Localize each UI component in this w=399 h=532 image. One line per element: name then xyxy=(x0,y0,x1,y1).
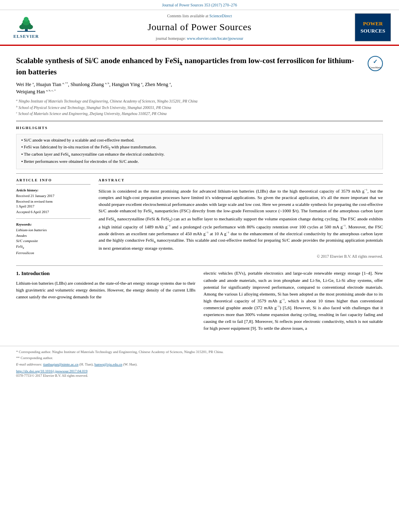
kw-3: Si/C composite xyxy=(16,238,90,244)
revised-date: Received in revised form1 April 2017 xyxy=(16,199,90,209)
corresponding-label: Corresponding author. xyxy=(19,350,51,354)
article-title: Scalable synthesis of Si/C anode enhance… xyxy=(16,56,364,77)
keywords-section: Keywords: Lithium-ion batteries Anodes S… xyxy=(16,222,90,256)
highlight-4: Better performances were obtained for el… xyxy=(21,159,378,165)
copyright-line: © 2017 Elsevier B.V. All rights reserved… xyxy=(99,254,383,259)
article-info-label: ARTICLE INFO xyxy=(16,178,90,185)
affil-c: c School of Materials Science and Engine… xyxy=(16,111,383,117)
footer: * Corresponding author. Ningbo Institute… xyxy=(0,346,399,382)
abstract-col: ABSTRACT Silicon is considered as the mo… xyxy=(99,178,383,259)
email-link-tian[interactable]: tianhuajun@nimte.ac.cn xyxy=(43,362,78,366)
article-info-abstract-row: ARTICLE INFO Article history: Received 2… xyxy=(16,178,383,259)
body-content: 1. Introduction Lithium-ion batteries (L… xyxy=(16,265,383,331)
title-row: Scalable synthesis of Si/C anode enhance… xyxy=(16,56,383,81)
kw-1: Lithium-ion batteries xyxy=(16,228,90,233)
kw-2: Anodes xyxy=(16,233,90,238)
homepage-url[interactable]: www.elsevier.com/locate/jpowsour xyxy=(187,36,243,41)
received-date: Received 21 January 2017 xyxy=(16,193,90,199)
highlight-1: Si/C anode was obtained by a scalable an… xyxy=(21,138,378,144)
footnote-corresponding2: ** Corresponding author. xyxy=(16,355,383,361)
abstract-label: ABSTRACT xyxy=(99,178,383,185)
doi-link[interactable]: http://dx.doi.org/10.1016/j.jpowsour.201… xyxy=(16,369,88,373)
intro-text-left: Lithium-ion batteries (LIBs) are conside… xyxy=(16,280,195,300)
logo-power: POWER xyxy=(363,20,383,27)
highlight-2: FeSi was fabricated by in-situ reaction … xyxy=(21,144,378,151)
kw-5: Ferrosilicon xyxy=(16,251,90,256)
corresponding-label2: Corresponding author. xyxy=(21,356,53,360)
svg-point-2 xyxy=(19,25,26,29)
keywords-label: Keywords: xyxy=(16,222,90,227)
divider-before-article-info xyxy=(16,173,383,174)
sciencedirect-link[interactable]: ScienceDirect xyxy=(209,14,232,18)
intro-section-title: 1. Introduction xyxy=(16,270,195,277)
intro-text-right: electric vehicles (EVs), portable electr… xyxy=(204,270,383,331)
affil-a: a Ningbo Institute of Materials Technolo… xyxy=(16,99,383,104)
logo-sources: SOURCES xyxy=(360,27,385,35)
kw-4: FeSix xyxy=(16,244,90,250)
history-label: Article history: xyxy=(16,188,90,193)
body-two-col: 1. Introduction Lithium-ion batteries (L… xyxy=(16,270,383,331)
doi-line[interactable]: http://dx.doi.org/10.1016/j.jpowsour.201… xyxy=(16,369,383,374)
svg-rect-6 xyxy=(17,31,35,32)
elsevier-brand: ELSEVIER xyxy=(13,33,39,39)
homepage-line: journal homepage: www.elsevier.com/locat… xyxy=(44,36,355,41)
journal-ref-bar: Journal of Power Sources 353 (2017) 270–… xyxy=(0,0,399,10)
divider-body xyxy=(16,265,383,266)
affiliations: a Ningbo Institute of Materials Technolo… xyxy=(16,99,383,117)
highlights-box: Si/C anode was obtained by a scalable an… xyxy=(16,134,383,169)
contents-availability: Contents lists available at ScienceDirec… xyxy=(44,13,355,19)
affil-b: b School of Physical Science and Technol… xyxy=(16,105,383,111)
main-content: Scalable synthesis of Si/C anode enhance… xyxy=(0,46,399,338)
body-col-right: electric vehicles (EVs), portable electr… xyxy=(204,270,383,331)
highlights-list: Si/C anode was obtained by a scalable an… xyxy=(21,138,378,165)
journal-main-title: Journal of Power Sources xyxy=(44,21,355,34)
email-link-han[interactable]: hanwq@zju.edu.cn xyxy=(95,362,122,366)
elsevier-logo: ELSEVIER xyxy=(8,15,44,39)
svg-point-5 xyxy=(24,17,29,22)
abstract-text: Silicon is considered as the most promis… xyxy=(99,188,383,252)
article-info-col: ARTICLE INFO Article history: Received 2… xyxy=(16,178,90,259)
journal-logo-box: POWER SOURCES xyxy=(355,13,391,41)
body-col-left: 1. Introduction Lithium-ion batteries (L… xyxy=(16,270,195,331)
footnote-corresponding1: * Corresponding author. Ningbo Institute… xyxy=(16,349,383,355)
crossmark-badge[interactable]: ✓ CrossMark xyxy=(368,56,383,71)
issn-line: 0378-7753/© 2017 Elsevier B.V. All right… xyxy=(16,374,383,378)
accepted-date: Accepted 6 April 2017 xyxy=(16,210,90,215)
divider-after-affiliations xyxy=(16,121,383,121)
highlight-3: The carbon layer and FeSix nanocrystalli… xyxy=(21,152,378,158)
journal-reference: Journal of Power Sources 353 (2017) 270–… xyxy=(162,3,237,7)
article-history: Article history: Received 21 January 201… xyxy=(16,188,90,219)
page: Journal of Power Sources 353 (2017) 270–… xyxy=(0,0,399,532)
highlights-title: HIGHLIGHTS xyxy=(16,125,383,131)
footnote-email: E-mail addresses: tianhuajun@nimte.ac.cn… xyxy=(16,362,383,367)
journal-header: ELSEVIER Contents lists available at Sci… xyxy=(0,10,399,46)
authors-list: Wei He a, Huajun Tian a, **, Shunlong Zh… xyxy=(16,81,383,95)
journal-title-area: Contents lists available at ScienceDirec… xyxy=(44,13,355,41)
svg-point-3 xyxy=(27,25,33,29)
